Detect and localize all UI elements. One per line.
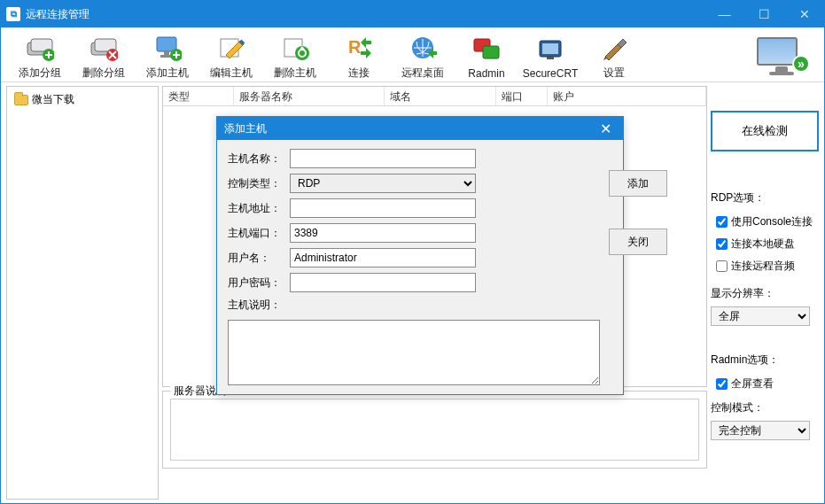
label-control-type: 控制类型： [228, 176, 284, 191]
input-username[interactable] [290, 248, 476, 268]
chk-rdp-disk[interactable]: 连接本地硬盘 [716, 236, 819, 252]
group-tree[interactable]: 微当下载 [6, 86, 159, 500]
chk-rdp-audio[interactable]: 连接远程音频 [716, 259, 819, 274]
control-mode-title: 控制模式： [711, 400, 819, 415]
select-control-type[interactable]: RDP [290, 174, 476, 193]
settings-icon [600, 34, 628, 62]
toolbar-label: 删除分组 [82, 66, 125, 81]
server-desc-box[interactable] [170, 399, 699, 461]
app-icon: ⧉ [6, 7, 20, 21]
col-server-name[interactable]: 服务器名称 [234, 87, 385, 105]
minimize-button[interactable]: — [704, 1, 744, 27]
chk-radmin-fullscreen[interactable]: 全屏查看 [716, 376, 819, 392]
connect-icon: R [345, 34, 373, 62]
toolbar-label: Radmin [468, 67, 504, 80]
chk-radmin-fullscreen-input[interactable] [716, 378, 728, 390]
col-account[interactable]: 账户 [548, 87, 706, 105]
delete-host-icon [281, 34, 309, 62]
monitor-icon: » [757, 37, 806, 76]
close-button[interactable]: ✕ [784, 1, 824, 27]
add-group-icon [26, 34, 54, 62]
label-host-port: 主机端口： [228, 226, 284, 241]
list-header: 类型 服务器名称 域名 端口 账户 [163, 87, 706, 106]
toolbar-add-host[interactable]: 添加主机 [136, 32, 199, 81]
toolbar-label: SecureCRT [523, 67, 578, 80]
toolbar-settings[interactable]: 设置 [582, 32, 646, 81]
host-list[interactable]: 类型 服务器名称 域名 端口 账户 添加主机 ✕ 主机名称： [162, 86, 707, 387]
input-host-desc[interactable] [228, 320, 600, 385]
toolbar-delete-group[interactable]: 删除分组 [72, 32, 136, 81]
right-panel: 在线检测 RDP选项： 使用Console连接 连接本地硬盘 连接远程音频 显示… [711, 86, 819, 500]
svg-rect-7 [164, 51, 169, 55]
edit-host-icon [217, 34, 245, 62]
dialog-add-button[interactable]: 添加 [609, 170, 667, 197]
svg-rect-6 [157, 37, 176, 51]
toolbar-connect[interactable]: R 连接 [327, 32, 391, 81]
toolbar-edit-host[interactable]: 编辑主机 [199, 32, 263, 81]
toolbar-delete-host[interactable]: 删除主机 [263, 32, 327, 81]
chk-rdp-console-input[interactable] [716, 216, 728, 228]
label-password: 用户密码： [228, 275, 284, 291]
toolbar-label: 编辑主机 [210, 66, 253, 81]
chk-rdp-audio-input[interactable] [716, 260, 728, 272]
toolbar-label: 添加主机 [146, 66, 189, 81]
label-host-addr: 主机地址： [228, 201, 284, 216]
tree-root-item[interactable]: 微当下载 [11, 90, 154, 109]
svg-rect-19 [547, 57, 554, 59]
remote-desktop-icon [409, 34, 437, 62]
svg-rect-16 [483, 46, 499, 58]
securecrt-icon [536, 35, 564, 64]
radmin-options-title: Radmin选项： [711, 353, 819, 368]
dialog-close-button[interactable]: 关闭 [609, 229, 667, 255]
svg-text:R: R [348, 37, 362, 57]
server-desc-group: 服务器说明： [162, 391, 707, 469]
label-username: 用户名： [228, 251, 284, 266]
online-detect-button[interactable]: 在线检测 [711, 111, 819, 151]
toolbar: 添加分组 删除分组 添加主机 编辑主机 删除主机 R 连接 远程桌面 [1, 27, 824, 82]
col-domain[interactable]: 域名 [385, 87, 496, 105]
resolution-select[interactable]: 全屏 [711, 306, 810, 326]
toolbar-label: 删除主机 [274, 66, 316, 81]
resolution-title: 显示分辨率： [711, 286, 819, 301]
chk-rdp-audio-label: 连接远程音频 [731, 259, 795, 274]
maximize-button[interactable]: ☐ [744, 1, 784, 27]
dialog-title: 添加主机 [224, 121, 595, 136]
radmin-icon [472, 35, 501, 64]
tree-root-label: 微当下载 [32, 92, 74, 107]
toolbar-label: 添加分组 [19, 66, 61, 81]
toolbar-add-group[interactable]: 添加分组 [8, 32, 72, 81]
add-host-dialog: 添加主机 ✕ 主机名称： 控制类型： RDP [216, 116, 624, 395]
window-title: 远程连接管理 [26, 7, 704, 22]
dialog-titlebar[interactable]: 添加主机 ✕ [217, 117, 623, 140]
input-host-port[interactable] [290, 223, 476, 243]
toolbar-label: 连接 [348, 66, 370, 81]
dialog-close-icon[interactable]: ✕ [595, 120, 616, 137]
chk-radmin-fullscreen-label: 全屏查看 [731, 376, 774, 392]
label-host-name: 主机名称： [228, 151, 284, 167]
svg-rect-18 [542, 43, 558, 54]
col-type[interactable]: 类型 [163, 87, 234, 105]
chk-rdp-console[interactable]: 使用Console连接 [716, 214, 819, 229]
toolbar-monitor-icon: » [746, 33, 817, 81]
toolbar-label: 远程桌面 [401, 66, 444, 81]
input-host-name[interactable] [290, 149, 476, 168]
col-port[interactable]: 端口 [496, 87, 548, 105]
add-host-icon [153, 34, 182, 62]
input-password[interactable] [290, 273, 476, 292]
toolbar-label: 设置 [603, 66, 625, 81]
input-host-addr[interactable] [290, 198, 476, 218]
rdp-options-title: RDP选项： [711, 190, 819, 205]
titlebar: ⧉ 远程连接管理 — ☐ ✕ [1, 1, 824, 27]
delete-group-icon [90, 34, 118, 62]
toolbar-securecrt[interactable]: SecureCRT [518, 34, 582, 80]
chk-rdp-console-label: 使用Console连接 [731, 214, 813, 229]
label-host-desc: 主机说明： [228, 298, 284, 313]
toolbar-remote-desktop[interactable]: 远程桌面 [391, 32, 455, 81]
control-mode-select[interactable]: 完全控制 [711, 421, 810, 440]
chk-rdp-disk-input[interactable] [716, 238, 728, 250]
chk-rdp-disk-label: 连接本地硬盘 [731, 236, 795, 252]
folder-icon [14, 95, 28, 105]
toolbar-radmin[interactable]: Radmin [455, 34, 518, 80]
